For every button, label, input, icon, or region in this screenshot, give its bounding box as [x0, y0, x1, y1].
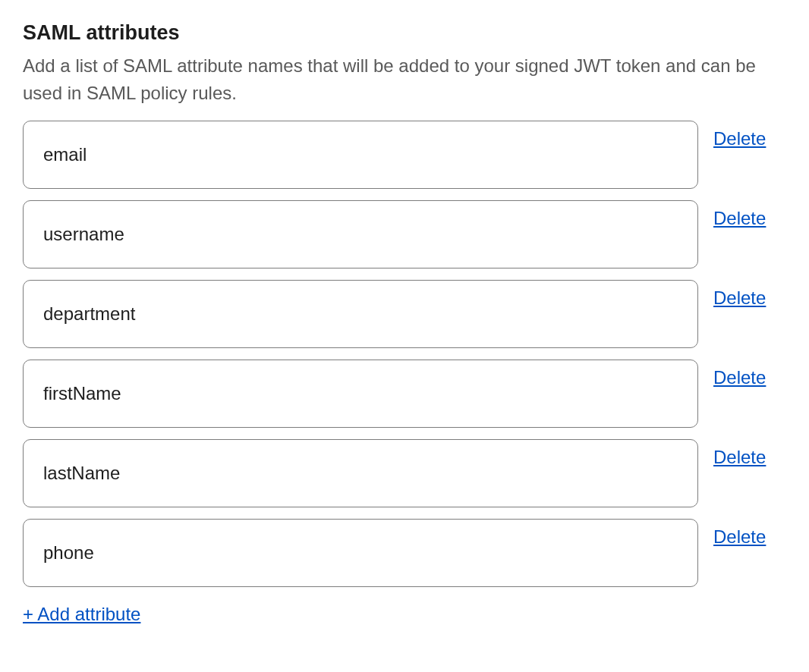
attribute-input[interactable] [23, 360, 698, 428]
add-attribute-button[interactable]: + Add attribute [23, 604, 140, 625]
attribute-row: Delete [23, 121, 786, 189]
attribute-row: Delete [23, 519, 786, 587]
attribute-input[interactable] [23, 439, 698, 507]
attribute-row: Delete [23, 200, 786, 268]
attribute-input[interactable] [23, 121, 698, 189]
delete-button[interactable]: Delete [713, 128, 766, 149]
attribute-row: Delete [23, 280, 786, 348]
attribute-input[interactable] [23, 519, 698, 587]
attribute-input[interactable] [23, 280, 698, 348]
delete-button[interactable]: Delete [713, 526, 766, 548]
section-description: Add a list of SAML attribute names that … [23, 52, 786, 107]
delete-button[interactable]: Delete [713, 287, 766, 309]
attribute-input[interactable] [23, 200, 698, 268]
delete-button[interactable]: Delete [713, 367, 766, 388]
saml-attributes-list: Delete Delete Delete Delete Delete Delet… [23, 121, 786, 587]
section-title: SAML attributes [23, 21, 786, 45]
attribute-row: Delete [23, 439, 786, 507]
attribute-row: Delete [23, 360, 786, 428]
delete-button[interactable]: Delete [713, 208, 766, 229]
delete-button[interactable]: Delete [713, 447, 766, 468]
